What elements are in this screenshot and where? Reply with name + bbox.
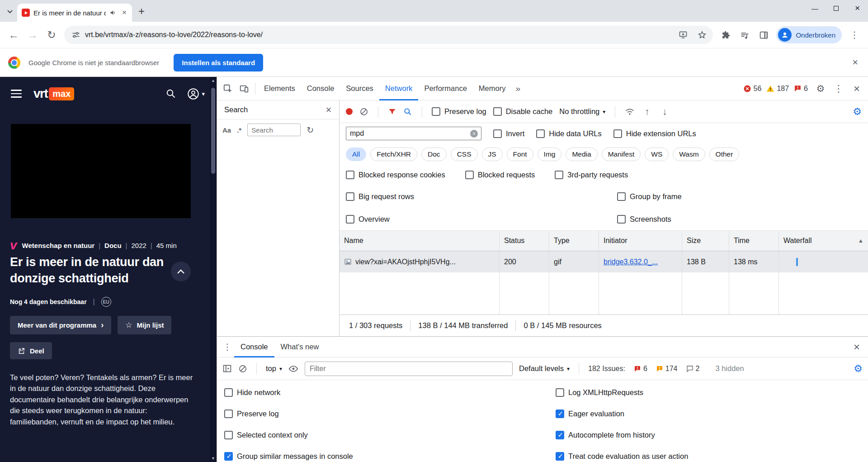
error-count-badge[interactable]: 56 bbox=[743, 85, 762, 93]
throttling-dropdown[interactable]: No throttling ▾ bbox=[559, 107, 605, 116]
new-tab-button[interactable]: + bbox=[135, 5, 148, 18]
request-name-cell[interactable]: view?xai=AKAOjstHphjI5VHg... bbox=[340, 251, 500, 272]
share-button[interactable]: Deel bbox=[10, 342, 52, 359]
console-settings-icon[interactable]: ⚙ bbox=[854, 363, 863, 375]
column-header-initiator[interactable]: Initiator bbox=[599, 231, 682, 251]
browser-menu-button[interactable]: ⋮ bbox=[845, 26, 863, 44]
log-xmlhttprequests-checkbox[interactable]: Log XMLHttpRequests bbox=[556, 382, 868, 403]
console-filter-input[interactable] bbox=[305, 362, 513, 376]
checkbox[interactable] bbox=[556, 410, 564, 418]
checkbox[interactable] bbox=[346, 215, 354, 224]
clear-filter-icon[interactable]: × bbox=[470, 130, 478, 138]
import-har-icon[interactable]: ↑ bbox=[642, 104, 652, 120]
tab-elements[interactable]: Elements bbox=[258, 77, 301, 100]
filter-pill-css[interactable]: CSS bbox=[451, 148, 478, 161]
page-scrollbar[interactable]: ▲ ▼ bbox=[210, 77, 217, 462]
infobar-close-button[interactable]: × bbox=[852, 57, 858, 68]
forward-button[interactable]: → bbox=[24, 26, 42, 44]
install-app-icon[interactable] bbox=[676, 28, 690, 42]
scroll-up-icon[interactable]: ▲ bbox=[211, 77, 215, 84]
console-sidebar-icon[interactable] bbox=[222, 364, 232, 373]
match-case-toggle[interactable]: Aa bbox=[222, 126, 231, 134]
device-toolbar-icon[interactable] bbox=[236, 81, 252, 97]
search-pane-close-button[interactable]: × bbox=[321, 102, 336, 118]
maximize-button[interactable] bbox=[826, 0, 847, 16]
initiator-link[interactable]: bridge3.632.0_... bbox=[604, 258, 658, 266]
treat-code-evaluation-checkbox[interactable]: Treat code evaluation as user action bbox=[556, 446, 868, 462]
checkbox[interactable] bbox=[432, 107, 440, 116]
issues-summary[interactable]: 182 Issues: bbox=[588, 365, 625, 373]
filter-pill-js[interactable]: JS bbox=[482, 148, 503, 161]
tab-performance[interactable]: Performance bbox=[418, 77, 472, 100]
log-levels-dropdown[interactable]: Default levels ▾ bbox=[519, 364, 570, 373]
browser-tab[interactable]: Er is meer in de natuur dan × bbox=[17, 4, 132, 22]
network-search-icon[interactable] bbox=[403, 107, 412, 116]
export-har-icon[interactable]: ↓ bbox=[659, 104, 670, 120]
network-conditions-icon[interactable] bbox=[625, 107, 635, 116]
column-header-status[interactable]: Status bbox=[500, 231, 549, 251]
disable-cache-checkbox[interactable]: Disable cache bbox=[493, 107, 553, 116]
collapse-button[interactable] bbox=[171, 262, 191, 281]
site-settings-icon[interactable] bbox=[71, 30, 80, 39]
devtools-menu-icon[interactable]: ⋮ bbox=[831, 81, 846, 97]
hide-data-urls-checkbox[interactable]: Hide data URLs bbox=[536, 129, 601, 138]
column-header-name[interactable]: Name bbox=[340, 231, 500, 251]
drawer-tab-whats-new[interactable]: What's new bbox=[274, 337, 326, 357]
filter-pill-other[interactable]: Other bbox=[709, 148, 740, 161]
eager-evaluation-checkbox[interactable]: Eager evaluation bbox=[556, 403, 868, 424]
network-filter-input[interactable] bbox=[350, 129, 470, 138]
issues-count-badge[interactable]: 6 bbox=[794, 85, 808, 93]
issue-errors-badge[interactable]: 6 bbox=[634, 365, 647, 373]
tab-console[interactable]: Console bbox=[301, 77, 340, 100]
selected-context-only-checkbox[interactable]: Selected context only bbox=[224, 424, 556, 446]
filter-pill-font[interactable]: Font bbox=[507, 148, 533, 161]
checkbox[interactable] bbox=[346, 192, 354, 201]
tab-sources[interactable]: Sources bbox=[340, 77, 379, 100]
filter-pill-manifest[interactable]: Manifest bbox=[602, 148, 641, 161]
column-header-type[interactable]: Type bbox=[549, 231, 599, 251]
tab-close-button[interactable]: × bbox=[120, 8, 128, 17]
drawer-menu-icon[interactable]: ⋮ bbox=[221, 339, 234, 355]
preserve-log-checkbox[interactable]: Preserve log bbox=[432, 107, 486, 116]
drawer-tab-console[interactable]: Console bbox=[234, 337, 274, 357]
sort-ascending-icon[interactable]: ▲ bbox=[858, 238, 863, 244]
filter-pill-media[interactable]: Media bbox=[566, 148, 597, 161]
column-header-size[interactable]: Size bbox=[682, 231, 729, 251]
more-tabs-button[interactable]: » bbox=[511, 84, 524, 94]
clear-console-icon[interactable] bbox=[238, 364, 247, 373]
checkbox[interactable] bbox=[493, 107, 502, 116]
checkbox[interactable] bbox=[613, 129, 622, 138]
issue-messages-badge[interactable]: 2 bbox=[686, 365, 700, 373]
checkbox[interactable] bbox=[465, 171, 474, 179]
more-from-program-button[interactable]: Meer van dit programma › bbox=[10, 316, 111, 334]
devtools-settings-icon[interactable]: ⚙ bbox=[813, 81, 828, 97]
invert-checkbox[interactable]: Invert bbox=[493, 129, 524, 138]
group-similar-messages-checkbox[interactable]: Group similar messages in console bbox=[224, 446, 556, 462]
reload-button[interactable]: ↻ bbox=[42, 26, 61, 44]
column-header-time[interactable]: Time bbox=[729, 231, 779, 251]
filter-pill-fetch-xhr[interactable]: Fetch/XHR bbox=[370, 148, 417, 161]
speaker-icon[interactable] bbox=[109, 9, 117, 16]
checkbox[interactable] bbox=[224, 410, 233, 418]
autocomplete-from-history-checkbox[interactable]: Autocomplete from history bbox=[556, 424, 868, 446]
checkbox[interactable] bbox=[224, 431, 233, 439]
profile-chip[interactable]: Onderbroken bbox=[776, 26, 842, 43]
network-settings-icon[interactable]: ⚙ bbox=[853, 106, 862, 118]
refresh-search-icon[interactable]: ↻ bbox=[307, 125, 314, 135]
blocked-requests-checkbox[interactable]: Blocked requests bbox=[465, 171, 535, 179]
hide-extension-urls-checkbox[interactable]: Hide extension URLs bbox=[613, 129, 696, 138]
filter-pill-doc[interactable]: Doc bbox=[421, 148, 447, 161]
devtools-close-button[interactable]: × bbox=[849, 81, 864, 97]
scrollbar-thumb[interactable] bbox=[211, 88, 215, 174]
window-close-button[interactable]: × bbox=[847, 0, 868, 16]
tab-memory[interactable]: Memory bbox=[473, 77, 512, 100]
url-text[interactable]: vrt.be/vrtmax/a-z/reasons-to-love/2022/r… bbox=[85, 31, 671, 39]
site-profile-button[interactable]: ▾ bbox=[187, 88, 205, 100]
extensions-icon[interactable] bbox=[717, 26, 735, 44]
minimize-button[interactable]: — bbox=[804, 0, 826, 16]
tab-search-button[interactable] bbox=[4, 5, 16, 18]
group-by-frame-checkbox[interactable]: Group by frame bbox=[617, 185, 862, 208]
tab-network[interactable]: Network bbox=[379, 77, 419, 100]
table-row[interactable]: view?xai=AKAOjstHphjI5VHg... 200 gif bri… bbox=[340, 251, 868, 272]
checkbox[interactable] bbox=[346, 171, 354, 179]
